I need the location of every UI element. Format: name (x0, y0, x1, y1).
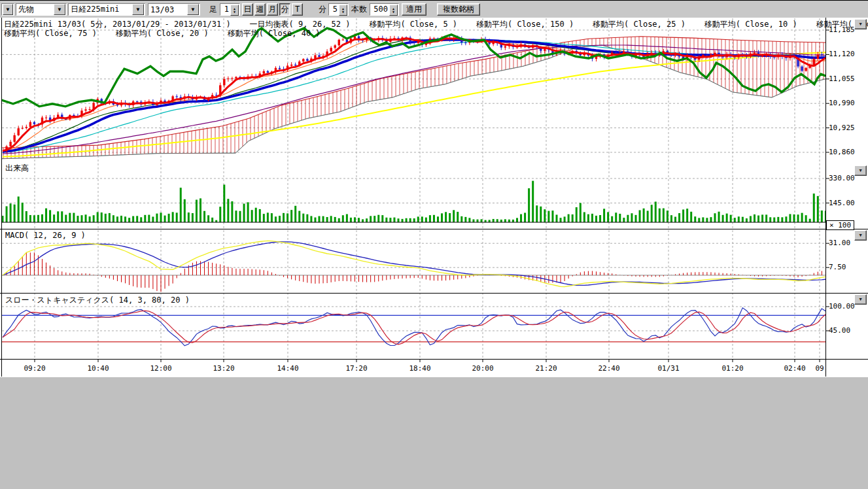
symbol-value: 日経225mini (69, 4, 131, 15)
y-axis-label: 330.00 (829, 174, 855, 182)
category-combobox[interactable]: 先物 ▼ (16, 3, 67, 16)
y-axis-label: 10,860 (829, 148, 855, 156)
y-axis-label: 10,990 (829, 99, 855, 107)
x-axis-time-label: 21:20 (535, 364, 557, 373)
x-axis-time-label: 22:40 (598, 364, 619, 373)
y-axis-label: 100.00 (829, 302, 855, 311)
x-axis-time-label: 20:00 (472, 364, 493, 373)
bar-interval-value: 1 (220, 4, 230, 15)
bar-count-label: 本数 (351, 3, 367, 16)
x-axis-time-label: 14:40 (277, 364, 298, 373)
x-axis-time-label: 13:20 (213, 364, 234, 373)
chevron-down-icon[interactable]: ▼ (187, 4, 199, 15)
minute-label: 分 (319, 3, 326, 16)
x-axis-time-label: 17:20 (345, 364, 367, 373)
period-week-button[interactable]: 週 (254, 3, 266, 16)
chevron-down-icon[interactable]: ▼ (132, 4, 144, 15)
chart-area[interactable]: 日経225mini 13/03( 5分, 2013/01/29 - 2013/0… (0, 18, 868, 377)
volume-panel-label: 出来高 (5, 163, 29, 174)
contract-month-value: 13/03 (148, 5, 186, 14)
y-axis-label: 10,925 (829, 124, 855, 132)
x-axis-time-label: 09:20 (24, 364, 45, 373)
y-axis-label: 45.00 (829, 326, 850, 335)
period-month-button[interactable]: 月 (267, 3, 278, 16)
period-tick-button[interactable]: T (292, 3, 303, 16)
x-axis-time-label: 01/31 (657, 364, 679, 373)
apply-button[interactable]: 適用 (402, 3, 426, 16)
category-value: 先物 (16, 4, 53, 15)
price-panel-dropdown-button[interactable]: ▼ (854, 19, 867, 29)
y-axis-label: 11,185 (829, 25, 855, 34)
minute-value: 5 (329, 4, 338, 15)
toolbar: ▼ 先物 ▼ 日経225mini ▼ 13/03 ▼ 足 1 ▲▼ 日 週 月 … (0, 1, 868, 18)
volume-panel-dropdown-button[interactable]: ▼ (854, 165, 867, 176)
x-axis-time-label: 12:00 (150, 364, 171, 373)
y-axis-label: 11,120 (829, 50, 855, 58)
x-axis-time-label: 09 (815, 364, 824, 373)
mini-combobox[interactable]: ▼ (1, 3, 14, 16)
bar-type-label: 足 (209, 3, 217, 16)
window-background (0, 377, 868, 489)
contract-month-combobox[interactable]: 13/03 ▼ (148, 3, 200, 16)
x-axis-time-label: 18:40 (409, 364, 430, 373)
spinner-icon[interactable]: ▲▼ (389, 5, 398, 16)
chart-canvas[interactable] (0, 18, 868, 377)
macd-panel-label: MACD( 12, 26, 9 ) (5, 231, 86, 240)
x-axis-time-label: 01:20 (721, 364, 743, 373)
bar-interval-stepper[interactable]: 1 ▲▼ (220, 3, 240, 16)
spinner-icon[interactable]: ▲▼ (230, 5, 239, 16)
stoch-panel-dropdown-button[interactable]: ▼ (854, 294, 867, 305)
chart-indicator-line2: 移動平均( Close, 75 ) 移動平均( Close, 20 ) 移動平均… (4, 28, 321, 39)
y-axis-label: 31.00 (829, 239, 850, 247)
chevron-down-icon[interactable]: ▼ (54, 4, 65, 15)
x-axis-time-label: 02:40 (784, 364, 805, 373)
spinner-icon[interactable]: ▲▼ (339, 5, 347, 16)
stochastics-panel-label: スロー・ストキャスティクス( 14, 3, 80, 20 ) (5, 295, 190, 306)
period-day-button[interactable]: 日 (242, 3, 253, 16)
macd-panel-dropdown-button[interactable]: ▼ (854, 230, 867, 241)
minute-stepper[interactable]: 5 ▲▼ (328, 3, 349, 16)
volume-multiplier-badge: × 100 (826, 220, 854, 230)
bar-count-stepper[interactable]: 500 ▲▼ (370, 3, 399, 16)
y-axis-label: 7.50 (829, 263, 846, 271)
chart-application-window: ▼ 先物 ▼ 日経225mini ▼ 13/03 ▼ 足 1 ▲▼ 日 週 月 … (0, 0, 868, 489)
symbol-combobox[interactable]: 日経225mini ▼ (68, 3, 145, 16)
x-axis-time-label: 10:40 (87, 364, 109, 373)
y-axis-label: 11,055 (829, 75, 855, 83)
chevron-down-icon[interactable]: ▼ (3, 4, 13, 15)
y-axis-label: 145.00 (829, 199, 855, 207)
bar-count-value: 500 (370, 4, 389, 15)
period-minute-button[interactable]: 分 (279, 3, 290, 16)
multi-symbol-button[interactable]: 複数銘柄 (437, 3, 480, 16)
